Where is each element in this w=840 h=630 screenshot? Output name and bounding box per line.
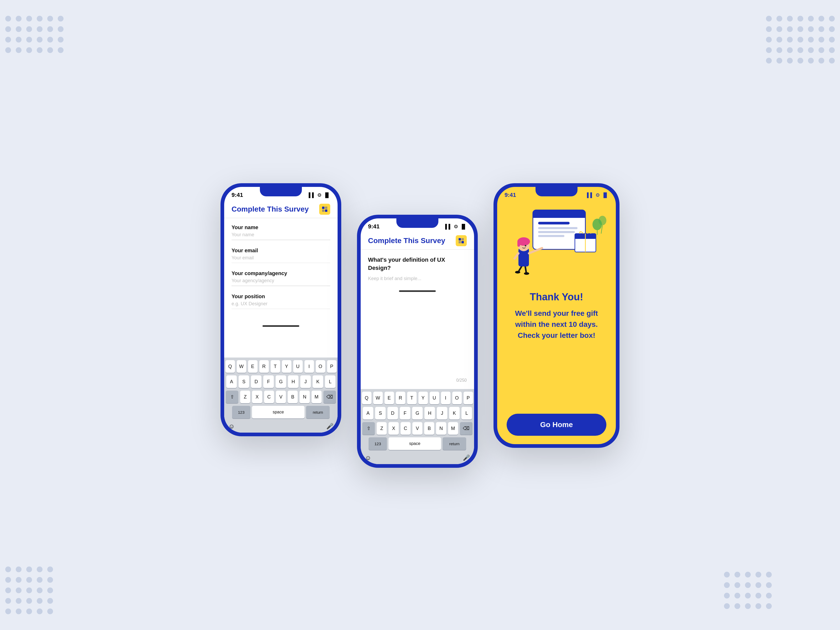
key-j[interactable]: J <box>300 375 311 388</box>
key-return[interactable]: return <box>306 406 330 418</box>
phone-1-keyboard: Q W E R T Y U I O P A S D <box>224 357 338 433</box>
phone-1-home-bar <box>262 325 299 327</box>
emoji-icon[interactable]: ☺ <box>228 423 235 430</box>
svg-rect-5 <box>461 238 464 240</box>
key-r[interactable]: R <box>259 360 269 373</box>
key-f2[interactable]: F <box>400 407 410 420</box>
key-y[interactable]: Y <box>282 360 291 373</box>
thank-you-title: Thank You! <box>530 291 583 303</box>
key-u2[interactable]: U <box>430 392 439 404</box>
svg-rect-3 <box>325 210 327 212</box>
mic-icon[interactable]: 🎤 <box>326 423 333 430</box>
key-return2[interactable]: return <box>442 437 466 450</box>
key-w2[interactable]: W <box>373 392 383 404</box>
key-a2[interactable]: A <box>363 407 373 420</box>
key-p2[interactable]: P <box>464 392 473 404</box>
key-h2[interactable]: H <box>425 407 435 420</box>
key-123-2[interactable]: 123 <box>369 437 387 450</box>
phone-2-question-content: What's your definition of UX Design? Kee… <box>361 249 474 288</box>
key-k[interactable]: K <box>313 375 323 388</box>
position-field[interactable]: Your position e.g. UX Designer <box>232 294 330 309</box>
key-g2[interactable]: G <box>412 407 423 420</box>
svg-point-25 <box>515 271 520 273</box>
mic-icon-2[interactable]: 🎤 <box>463 455 470 461</box>
key-s[interactable]: S <box>238 375 249 388</box>
key-t[interactable]: T <box>271 360 280 373</box>
phone-2-time: 9:41 <box>368 223 380 230</box>
key-z[interactable]: Z <box>240 391 250 403</box>
key-x[interactable]: X <box>252 391 262 403</box>
phone-3-notch <box>535 187 578 196</box>
name-field[interactable]: Your name Your name <box>232 224 330 240</box>
char-count: 0/250 <box>456 378 467 383</box>
key-w[interactable]: W <box>237 360 246 373</box>
svg-rect-0 <box>322 207 324 209</box>
key-o[interactable]: O <box>316 360 325 373</box>
wifi-icon: ⊙ <box>317 192 321 198</box>
key-n2[interactable]: N <box>436 422 446 435</box>
phone-1-form: 9:41 ▌▌ ⊙ ▐▌ Complete This Survey <box>221 183 341 436</box>
phone-3-status-icons: ▌▌ ⊙ ▐▌ <box>587 192 608 198</box>
key-y2[interactable]: Y <box>418 392 428 404</box>
key-l[interactable]: L <box>325 375 335 388</box>
key-u[interactable]: U <box>293 360 303 373</box>
key-v2[interactable]: V <box>412 422 422 435</box>
key-c2[interactable]: C <box>401 422 411 435</box>
svg-rect-1 <box>325 207 327 209</box>
key-k2[interactable]: K <box>449 407 459 420</box>
key-x2[interactable]: X <box>388 422 398 435</box>
key-space2[interactable]: space <box>388 437 441 450</box>
phone-1-inner: 9:41 ▌▌ ⊙ ▐▌ Complete This Survey <box>224 187 338 433</box>
key-123[interactable]: 123 <box>232 406 250 418</box>
company-field[interactable]: Your company/agency Your agency/agency <box>232 270 330 286</box>
key-n[interactable]: N <box>300 391 309 403</box>
key-delete2[interactable]: ⌫ <box>460 422 472 435</box>
key-q2[interactable]: Q <box>362 392 371 404</box>
key-a[interactable]: A <box>226 375 237 388</box>
name-label: Your name <box>232 224 330 231</box>
svg-point-33 <box>525 245 526 246</box>
key-q[interactable]: Q <box>226 360 235 373</box>
key-i[interactable]: I <box>305 360 314 373</box>
key-p[interactable]: P <box>327 360 336 373</box>
key-b[interactable]: B <box>288 391 298 403</box>
key-space[interactable]: space <box>252 406 305 418</box>
phones-wrapper: 9:41 ▌▌ ⊙ ▐▌ Complete This Survey <box>221 162 619 468</box>
answer-placeholder: Keep it brief and simple... <box>368 276 467 281</box>
key-i2[interactable]: I <box>441 392 450 404</box>
key-d[interactable]: D <box>251 375 261 388</box>
phone-1-screen: 9:41 ▌▌ ⊙ ▐▌ Complete This Survey <box>224 187 338 433</box>
key-o2[interactable]: O <box>452 392 462 404</box>
phone-1-header: Complete This Survey <box>224 199 338 218</box>
key-e2[interactable]: E <box>385 392 394 404</box>
key-shift2[interactable]: ⇧ <box>362 422 375 435</box>
svg-rect-13 <box>538 231 575 233</box>
key-v[interactable]: V <box>276 391 286 403</box>
key-m2[interactable]: M <box>448 422 458 435</box>
emoji-icon-2[interactable]: ☺ <box>365 454 371 461</box>
svg-rect-14 <box>538 235 564 237</box>
name-placeholder: Your name <box>232 232 330 238</box>
key-j2[interactable]: J <box>437 407 447 420</box>
key-d2[interactable]: D <box>387 407 398 420</box>
key-s2[interactable]: S <box>375 407 385 420</box>
battery-icon-3: ▐▌ <box>602 193 608 198</box>
phone-1-status-icons: ▌▌ ⊙ ▐▌ <box>309 192 330 198</box>
key-l2[interactable]: L <box>461 407 472 420</box>
go-home-button[interactable]: Go Home <box>507 414 606 436</box>
key-c[interactable]: C <box>264 391 274 403</box>
key-e[interactable]: E <box>248 360 257 373</box>
key-b2[interactable]: B <box>424 422 434 435</box>
key-h[interactable]: H <box>288 375 298 388</box>
key-g[interactable]: G <box>276 375 286 388</box>
key-shift[interactable]: ⇧ <box>226 391 238 403</box>
key-m[interactable]: M <box>312 391 322 403</box>
key-delete[interactable]: ⌫ <box>324 391 336 403</box>
key-f[interactable]: F <box>263 375 274 388</box>
key-r2[interactable]: R <box>396 392 405 404</box>
key-z2[interactable]: Z <box>377 422 387 435</box>
email-placeholder: Your email <box>232 255 330 261</box>
phone-2-survey-icon <box>456 235 467 246</box>
email-field[interactable]: Your email Your email <box>232 248 330 263</box>
key-t2[interactable]: T <box>407 392 417 404</box>
